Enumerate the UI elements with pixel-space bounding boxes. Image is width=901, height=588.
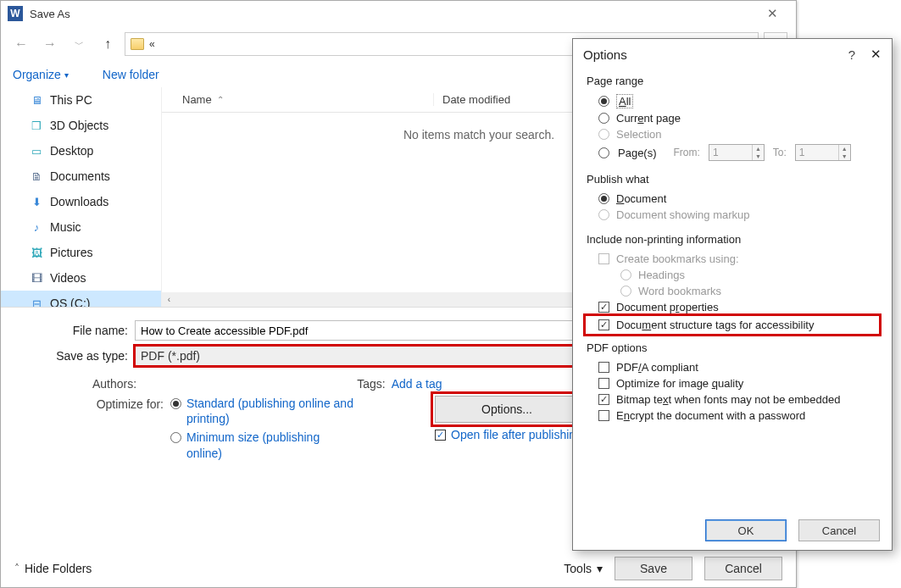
checkbox-icon [598,319,609,330]
cube-icon: ❒ [30,119,43,132]
sidebar-item-3d-objects[interactable]: ❒3D Objects [1,113,161,138]
sidebar-item-label: Downloads [50,195,108,208]
bitmap-text-check[interactable]: Bitmap text when fonts may not be embedd… [587,391,878,408]
close-icon[interactable]: ✕ [755,2,789,25]
window-title: Save As [30,8,70,20]
doc-properties-label: Document properties [616,301,719,313]
sidebar[interactable]: 🖥This PC ❒3D Objects ▭Desktop 🗎Documents… [1,87,162,307]
savetype-value: PDF (*.pdf) [141,349,200,363]
range-current-radio[interactable]: Current page [587,110,878,126]
sidebar-item-label: OS (C:) [50,297,90,307]
sidebar-item-label: Documents [50,169,110,183]
checkbox-icon [435,430,446,441]
doc-properties-check[interactable]: Document properties [587,299,878,315]
range-pages-radio[interactable]: Page(s) From: ▲▼ To: ▲▼ [587,142,878,163]
encrypt-check[interactable]: Encrypt the document with a password [587,408,878,424]
column-date-modified[interactable]: Date modified [433,93,552,106]
desktop-icon: ▭ [30,144,43,158]
new-folder-button[interactable]: New folder [103,68,159,81]
optimize-image-check[interactable]: Optimize for image quality [587,375,878,391]
authors-label: Authors: [92,377,136,391]
sidebar-item-label: Videos [50,271,86,285]
word-app-icon: W [8,6,23,21]
tools-menu[interactable]: Tools ▾ [564,562,603,575]
forward-button[interactable]: → [38,32,62,56]
back-button[interactable]: ← [9,32,33,56]
range-all-label: All [616,94,633,108]
range-current-label: Current page [616,112,681,125]
hide-folders-toggle[interactable]: ˄ Hide Folders [14,562,92,575]
close-icon[interactable]: ✕ [870,47,882,62]
sidebar-item-pictures[interactable]: 🖼Pictures [1,240,161,265]
sidebar-item-os-c[interactable]: ⊟OS (C:) [1,291,161,307]
organize-menu[interactable]: Organize ▾ [13,68,69,81]
doc-structure-tags-label: Document structure tags for accessibilit… [616,319,814,331]
spin-down-icon[interactable]: ▼ [839,153,850,160]
options-button[interactable]: Options... [435,396,579,423]
sidebar-item-label: Desktop [50,144,93,158]
savetype-label: Save as type: [42,349,128,363]
range-all-radio[interactable]: All [587,92,878,110]
cancel-button[interactable]: Cancel [704,557,782,580]
sidebar-item-desktop[interactable]: ▭Desktop [1,138,161,164]
encrypt-label: Encrypt the document with a password [616,409,805,422]
options-title-bar: Options ? ✕ [573,39,892,69]
sidebar-item-this-pc[interactable]: 🖥This PC [1,87,161,113]
from-label: From: [674,147,700,158]
from-input[interactable] [709,147,752,158]
spin-up-icon[interactable]: ▲ [753,145,764,153]
cancel-button-label: Cancel [725,562,762,575]
publish-what-section: Publish what [587,173,878,186]
help-icon[interactable]: ? [848,47,855,62]
tools-label: Tools [564,562,592,575]
optimize-standard-label: Standard (publishing online and printing… [186,396,356,426]
add-tag-link[interactable]: Add a tag [392,377,442,391]
scroll-left-icon[interactable]: ‹ [162,292,176,307]
from-spinner[interactable]: ▲▼ [709,144,765,161]
title-bar: W Save As ✕ [1,1,796,26]
radio-icon [620,269,631,280]
sidebar-item-videos[interactable]: 🎞Videos [1,265,161,291]
radio-icon [598,96,609,107]
radio-icon [620,286,631,297]
to-spinner[interactable]: ▲▼ [795,144,851,161]
options-dialog: Options ? ✕ Page range All Current page … [572,38,893,551]
pdfa-label: PDF/A compliant [616,361,698,374]
open-after-checkbox[interactable]: Open file after publishing [435,428,582,441]
to-label: To: [773,147,787,158]
pdfa-check[interactable]: PDF/A compliant [587,359,878,375]
publish-markup-radio: Document showing markup [587,207,878,223]
sidebar-item-music[interactable]: ♪Music [1,214,161,240]
options-cancel-button[interactable]: Cancel [798,519,880,541]
up-button[interactable]: ↑ [96,32,120,56]
address-path: « [149,38,155,50]
sidebar-item-label: Music [50,220,81,234]
sidebar-item-documents[interactable]: 🗎Documents [1,164,161,189]
save-button[interactable]: Save [615,557,692,580]
range-selection-radio: Selection [587,126,878,142]
sidebar-item-label: Pictures [50,246,93,259]
checkbox-icon [598,378,609,389]
recent-locations-button[interactable]: ﹀ [67,32,91,56]
radio-icon [170,432,181,443]
to-input[interactable] [796,147,838,158]
optimize-minimum-label: Minimum size (publishing online) [186,430,356,460]
column-name[interactable]: Name ⌃ [162,93,433,106]
radio-icon [598,129,609,140]
doc-structure-tags-check[interactable]: Document structure tags for accessibilit… [587,317,878,333]
pc-icon: 🖥 [30,93,43,107]
options-button-label: Options... [481,402,532,416]
bookmarks-headings-label: Headings [638,269,685,281]
pictures-icon: 🖼 [30,246,43,259]
chevron-up-icon: ˄ [14,563,19,574]
spin-down-icon[interactable]: ▼ [753,153,764,160]
optimize-standard-radio[interactable]: Standard (publishing online and printing… [170,396,356,426]
column-name-label: Name [182,93,212,106]
publish-document-radio[interactable]: Document [587,191,878,207]
optimize-minimum-radio[interactable]: Minimum size (publishing online) [170,430,356,460]
ok-button[interactable]: OK [705,519,787,541]
sidebar-item-downloads[interactable]: ⬇Downloads [1,189,161,214]
spin-up-icon[interactable]: ▲ [839,145,850,153]
options-title: Options [583,47,627,62]
checkbox-icon [598,362,609,373]
